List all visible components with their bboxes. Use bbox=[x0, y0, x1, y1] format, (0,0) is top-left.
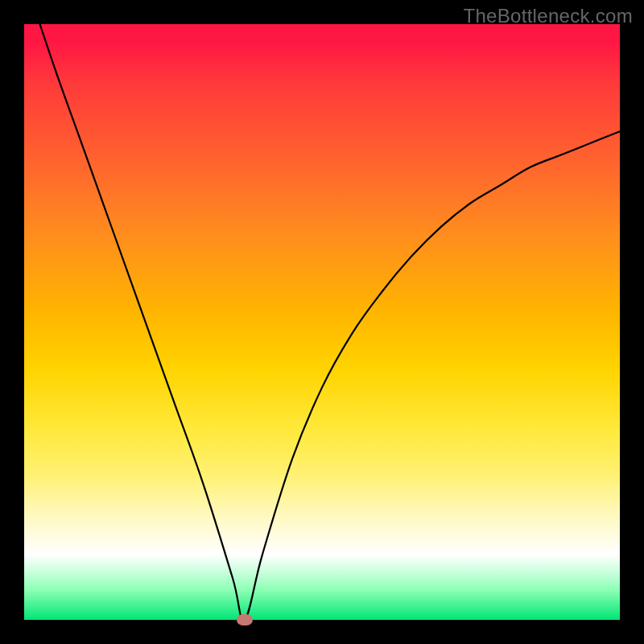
optimal-point-marker bbox=[237, 614, 253, 625]
plot-area bbox=[24, 24, 620, 620]
watermark-text: TheBottleneck.com bbox=[463, 5, 633, 27]
bottleneck-curve bbox=[24, 24, 620, 620]
chart-frame: TheBottleneck.com bbox=[0, 0, 644, 644]
